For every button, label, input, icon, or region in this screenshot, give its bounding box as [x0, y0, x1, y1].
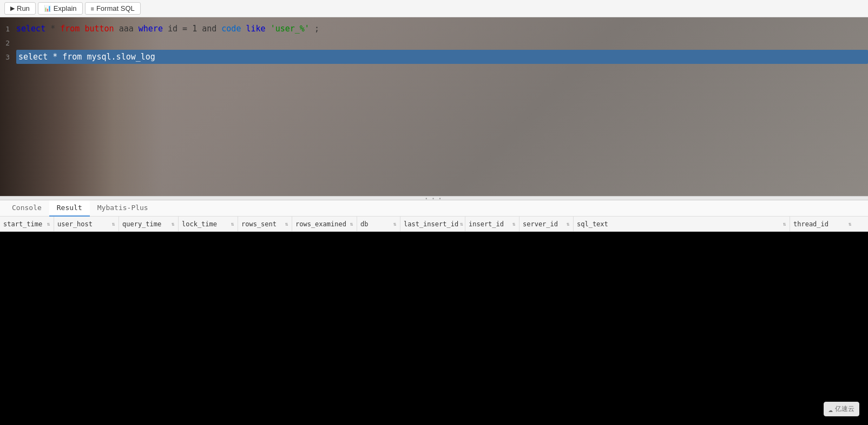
explain-icon: 📊: [44, 5, 51, 12]
run-label: Run: [17, 4, 30, 12]
code-line-1[interactable]: 1 select * from button aaa where id = 1 …: [0, 22, 868, 36]
th-sql-text[interactable]: sql_text ⇅: [574, 217, 790, 231]
sort-icon-server-id: ⇅: [567, 221, 570, 227]
code-content-1[interactable]: select * from button aaa where id = 1 an…: [16, 22, 868, 36]
keyword-where: where: [139, 24, 163, 34]
th-lock-time[interactable]: lock_time ⇅: [179, 217, 238, 231]
watermark: ☁ 亿速云: [824, 402, 859, 416]
explain-button[interactable]: 📊 Explain: [38, 2, 83, 15]
keyword-select: select: [16, 24, 45, 34]
tab-result[interactable]: Result: [49, 200, 90, 217]
sort-icon-start-time: ⇅: [47, 221, 50, 227]
watermark-icon: ☁: [828, 405, 833, 414]
table-header: start_time ⇅ user_host ⇅ query_time ⇅ lo…: [0, 217, 868, 232]
th-query-time[interactable]: query_time ⇅: [119, 217, 179, 231]
explain-label: Explain: [54, 4, 77, 12]
tab-bar: Console Result Mybatis-Plus: [0, 200, 868, 217]
th-db[interactable]: db ⇅: [357, 217, 400, 231]
sort-icon-lock-time: ⇅: [231, 221, 234, 227]
bottom-panel: Console Result Mybatis-Plus start_time ⇅…: [0, 200, 868, 421]
format-sql-button[interactable]: ≡ Format SQL: [85, 2, 141, 15]
th-rows-examined[interactable]: rows_examined ⇅: [292, 217, 357, 231]
watermark-text: 亿速云: [835, 404, 854, 414]
th-start-time[interactable]: start_time ⇅: [0, 217, 54, 231]
code-content-3[interactable]: select * from mysql.slow_log: [16, 50, 868, 64]
sort-icon-user-host: ⇅: [112, 221, 115, 227]
tab-console-label: Console: [12, 204, 42, 212]
sort-icon-sql-text: ⇅: [783, 221, 786, 227]
th-server-id[interactable]: server_id ⇅: [520, 217, 574, 231]
tab-console[interactable]: Console: [4, 200, 49, 217]
code-line-3[interactable]: 3 select * from mysql.slow_log: [0, 50, 868, 64]
identifier-code: code: [221, 24, 241, 34]
sort-icon-rows-sent: ⇅: [285, 221, 288, 227]
line-number-3: 3: [0, 50, 16, 64]
sort-icon-db: ⇅: [393, 221, 397, 227]
line-number-1: 1: [0, 22, 16, 36]
th-thread-id[interactable]: thread_id ⇅: [790, 217, 855, 231]
sort-icon-last-insert-id: ⇅: [460, 221, 463, 227]
code-overlay[interactable]: 1 select * from button aaa where id = 1 …: [0, 17, 868, 68]
tab-result-label: Result: [57, 204, 82, 212]
toolbar: ▶ Run 📊 Explain ≡ Format SQL: [0, 0, 868, 17]
keyword-from: from: [60, 24, 80, 34]
table-body[interactable]: [0, 232, 868, 421]
sort-icon-query-time: ⇅: [172, 221, 175, 227]
th-last-insert-id[interactable]: last_insert_id ⇅: [400, 217, 465, 231]
th-insert-id[interactable]: insert_id ⇅: [465, 217, 520, 231]
sort-icon-insert-id: ⇅: [512, 221, 516, 227]
sort-icon-thread-id: ⇅: [849, 221, 852, 227]
sort-icon-rows-examined: ⇅: [350, 221, 353, 227]
format-icon: ≡: [91, 5, 94, 12]
code-line-2[interactable]: 2: [0, 36, 868, 50]
th-rows-sent[interactable]: rows_sent ⇅: [238, 217, 292, 231]
code-content-2[interactable]: [16, 36, 868, 50]
editor-area[interactable]: 1 select * from button aaa where id = 1 …: [0, 17, 868, 196]
format-sql-label: Format SQL: [96, 4, 135, 12]
th-user-host[interactable]: user_host ⇅: [54, 217, 119, 231]
tab-mybatis-plus-label: Mybatis-Plus: [97, 204, 148, 212]
tab-mybatis-plus[interactable]: Mybatis-Plus: [90, 200, 156, 217]
run-icon: ▶: [10, 5, 15, 12]
run-button[interactable]: ▶ Run: [4, 2, 36, 15]
line-number-2: 2: [0, 36, 16, 50]
identifier-button: button: [84, 24, 114, 34]
